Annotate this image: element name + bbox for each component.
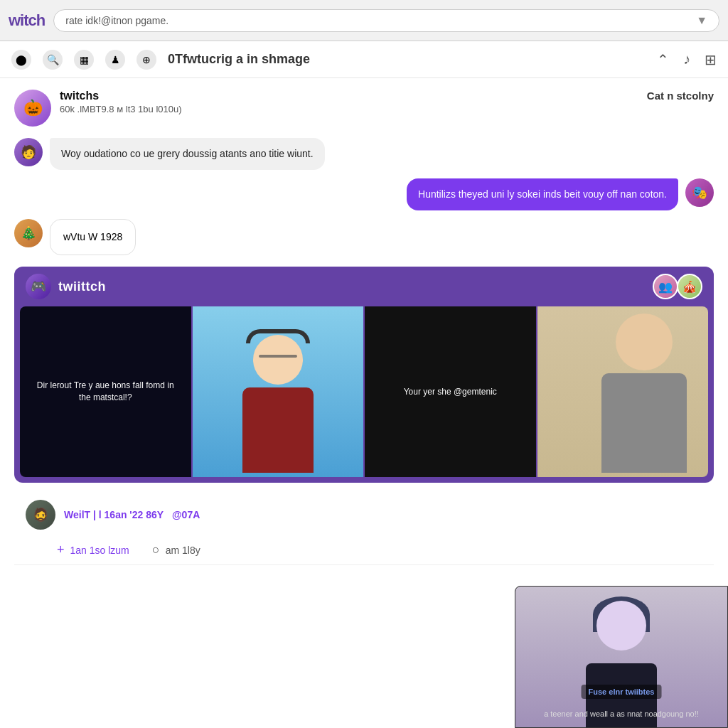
chat-avatar-1: 🧑 — [14, 138, 43, 166]
profile-info: twitchs 60k .lMBT9.8 м lt3 1bu l010u) — [60, 90, 182, 127]
action-btn-1-label: 1an 1so lzum — [70, 545, 129, 556]
twitch-mini-avatar-1: 👥 — [653, 274, 678, 299]
nav-right-icon-1[interactable]: ⌃ — [657, 51, 669, 68]
address-bar[interactable]: rate idk!@itnon pgame. ▼ — [53, 9, 719, 32]
twitch-mini-avatar-2: 🎪 — [677, 274, 702, 299]
post-footer-name: WeilT | l 16an '22 86Y @07A — [64, 509, 702, 520]
action-btn-2[interactable]: ○ am 1l8y — [152, 542, 200, 557]
chat-bubble-3: wVtu W 1928 — [50, 219, 136, 255]
female-body — [601, 373, 687, 473]
avatar-image: 🎃 — [14, 90, 51, 127]
video-cell-3: Your yer she @gemtenic — [365, 306, 536, 477]
floating-video: Fuse elnr twiibtes a teener and weall a … — [515, 586, 728, 728]
action-btn-1[interactable]: + 1an 1so lzum — [57, 542, 129, 557]
circle-icon: ○ — [152, 542, 160, 557]
floating-subtext: a teener and weall a as nnat noadgoung n… — [523, 709, 720, 719]
profile-stats: 60k .lMBT9.8 м lt3 1bu l010u) — [60, 104, 182, 114]
female-head — [616, 314, 673, 370]
glasses — [259, 355, 297, 358]
profile-right-label: Cat n stcolny — [647, 90, 714, 102]
chat-avatar-3: 🎄 — [14, 219, 43, 247]
twitch-card-logo: 🎮 — [26, 274, 51, 299]
nav-right-icon-3[interactable]: ⊞ — [705, 51, 717, 68]
video-cell-2 — [193, 306, 364, 477]
action-btn-2-label: am 1l8y — [166, 545, 200, 556]
post-footer-tag: @07A — [172, 509, 200, 520]
post-footer-avatar: 🧔 — [26, 500, 55, 530]
video-cell-1: Dir lerout Tre y aue hons fall fomd in t… — [20, 306, 191, 477]
video-cell-4 — [537, 306, 709, 477]
nav-title: 0Tfwtucrig a in shmage — [168, 52, 646, 67]
chat-bubble-1: Woy oudationo co ue grery doussig atants… — [50, 138, 325, 170]
profile-name: twitchs — [60, 90, 182, 102]
nav-right: ⌃ ♪ ⊞ — [657, 51, 717, 68]
video-text-1: Dir lerout Tre y aue hons fall fomd in t… — [28, 374, 182, 410]
person-head — [253, 335, 303, 385]
top-nav: ⬤ 🔍 ▦ ♟ ⊕ 0Tfwtucrig a in shmage ⌃ ♪ ⊞ — [0, 41, 728, 78]
nav-icon-1[interactable]: ⬤ — [11, 50, 31, 70]
twitch-header-left: 🎮 twiittch — [26, 274, 106, 299]
floating-caption: Fuse elnr twiibtes — [582, 685, 662, 699]
plus-icon: + — [57, 542, 65, 557]
chat-bubble-2: Huntilizs theyed uni ly sokei inds beit … — [407, 178, 678, 210]
nav-icon-5[interactable]: ⊕ — [136, 50, 156, 70]
person-female — [580, 306, 708, 477]
chat-section: 🧑 Woy oudationo co ue grery doussig atan… — [14, 138, 714, 255]
floating-person: Fuse elnr twiibtes a teener and weall a … — [515, 587, 727, 727]
nav-icon-2[interactable]: 🔍 — [43, 50, 63, 70]
person-silhouette-1 — [228, 321, 328, 477]
nav-right-icon-2[interactable]: ♪ — [683, 51, 690, 68]
female-hair — [605, 310, 683, 381]
browser-bar: witch rate idk!@itnon pgame. ▼ — [0, 0, 728, 41]
twitch-card-avatar: 👥 🎪 — [653, 274, 702, 299]
chat-row-1: 🧑 Woy oudationo co ue grery doussig atan… — [14, 138, 714, 170]
headphones — [246, 329, 310, 343]
profile-section: 🎃 twitchs 60k .lMBT9.8 м lt3 1bu l010u) … — [14, 90, 714, 127]
post-footer-info: WeilT | l 16an '22 86Y @07A — [64, 509, 702, 520]
main-content: 🎃 twitchs 60k .lMBT9.8 м lt3 1bu l010u) … — [0, 78, 728, 577]
profile-left: 🎃 twitchs 60k .lMBT9.8 м lt3 1bu l010u) — [14, 90, 182, 127]
address-text: rate idk!@itnon pgame. — [65, 15, 168, 26]
browser-logo: witch — [9, 11, 45, 30]
avatar: 🎃 — [14, 90, 51, 127]
action-bar: + 1an 1so lzum ○ am 1l8y — [14, 535, 714, 565]
floating-head — [596, 601, 646, 651]
video-text-3: Your yer she @gemtenic — [373, 380, 527, 404]
twitch-card-title: twiittch — [58, 279, 106, 294]
video-grid: Dir lerout Tre y aue hons fall fomd in t… — [20, 306, 708, 477]
chat-avatar-2: 🎭 — [685, 178, 714, 207]
refresh-icon[interactable]: ▼ — [696, 14, 707, 27]
chat-row-3: 🎄 wVtu W 1928 — [14, 219, 714, 255]
twitch-card: 🎮 twiittch 👥 🎪 Dir lerout Tre y aue hons… — [14, 267, 714, 483]
chat-row-2: 🎭 Huntilizs theyed uni ly sokei inds bei… — [14, 178, 714, 210]
post-footer-meta-inline: | — [93, 509, 99, 520]
video-person-1 — [193, 306, 364, 477]
person-body — [242, 387, 314, 473]
post-footer: 🧔 WeilT | l 16an '22 86Y @07A — [14, 494, 714, 535]
nav-icon-4[interactable]: ♟ — [105, 50, 125, 70]
twitch-card-header: 🎮 twiittch 👥 🎪 — [14, 267, 714, 306]
nav-icon-3[interactable]: ▦ — [74, 50, 94, 70]
